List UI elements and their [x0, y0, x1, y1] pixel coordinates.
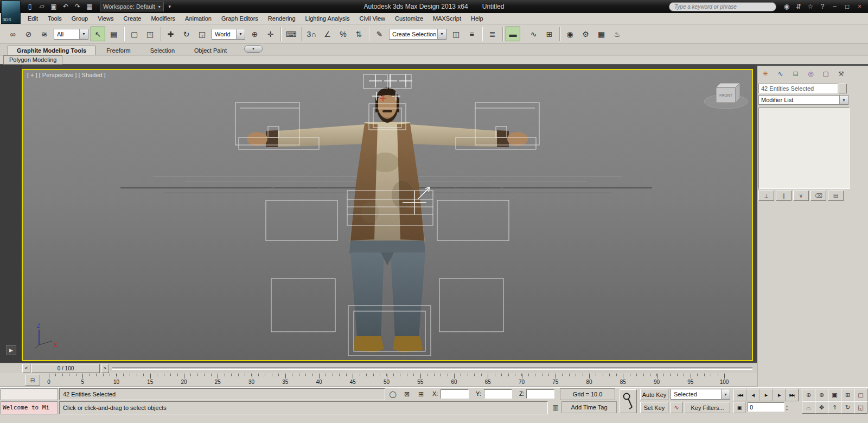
rendered-frame-window-icon[interactable]: ▦ [594, 27, 609, 41]
angle-snap-icon[interactable]: ∠ [320, 27, 335, 41]
viewport-canvas[interactable]: FRONT Z X [23, 70, 752, 360]
tab-hierarchy[interactable]: ⊟ [789, 69, 802, 79]
select-and-manipulate-icon[interactable]: ✛ [263, 27, 278, 41]
remove-modifier-button[interactable]: ⌫ [810, 191, 826, 201]
lock-selection-toggle-icon[interactable]: ⊠ [401, 389, 412, 399]
render-setup-icon[interactable]: ⚙ [578, 27, 593, 41]
communication-center-status-icon[interactable]: ▥ [550, 402, 561, 412]
x-coordinate-input[interactable] [441, 389, 469, 399]
select-and-link-icon[interactable]: ∞ [5, 27, 20, 41]
viewcube[interactable]: FRONT [704, 83, 748, 109]
chevron-down-icon[interactable]: ▾ [721, 389, 730, 399]
chevron-down-icon[interactable]: ▾ [158, 4, 161, 9]
menu-item[interactable]: Rendering [263, 13, 301, 24]
schematic-view-icon[interactable]: ⊞ [542, 27, 557, 41]
go-to-start-button[interactable]: |◀◀ [733, 389, 746, 401]
ribbon-minimize-toggle[interactable]: ▾ [244, 45, 263, 53]
orbit-icon[interactable]: ↻ [841, 401, 854, 414]
align-icon[interactable]: ≡ [464, 27, 479, 41]
curve-editor-icon[interactable]: ∿ [526, 27, 541, 41]
go-to-end-button[interactable]: ▶▶| [786, 389, 799, 401]
menu-item[interactable]: Graph Editors [216, 13, 263, 24]
new-scene-icon[interactable]: ▯ [24, 2, 35, 11]
set-key-button[interactable]: Set Key [640, 402, 668, 413]
character-model[interactable] [247, 87, 528, 352]
zoom-extents-icon[interactable]: ▣ [828, 389, 841, 401]
rectangular-selection-region-icon[interactable]: ▢ [127, 27, 142, 41]
select-by-name-icon[interactable]: ▤ [106, 27, 121, 41]
unlink-selection-icon[interactable]: ⊘ [21, 27, 36, 41]
viewcube-face-label[interactable]: FRONT [719, 93, 733, 97]
key-mode-toggle-button[interactable]: ▣ [733, 402, 745, 413]
selection-filter-dropdown[interactable]: All▾ [54, 29, 88, 40]
add-time-tag[interactable]: Add Time Tag [561, 401, 617, 413]
pan-icon[interactable]: ✥ [815, 401, 828, 414]
viewport-label[interactable]: [ + ] [ Perspective ] [ Shaded ] [27, 72, 106, 78]
menu-item[interactable]: Customize [390, 13, 428, 24]
use-pivot-point-icon[interactable]: ⊕ [247, 27, 262, 41]
help-icon[interactable]: ? [817, 2, 828, 11]
named-selection-dropdown[interactable]: Create Selection Se▾ [389, 29, 446, 40]
current-frame-input[interactable] [748, 402, 784, 412]
tab-display[interactable]: ▢ [820, 69, 832, 79]
time-slider-prev-button[interactable]: < [22, 364, 30, 373]
chevron-down-icon[interactable]: ▾ [839, 96, 848, 104]
menu-item[interactable]: MAXScript [428, 13, 466, 24]
graphite-ribbon-toggle-icon[interactable]: ▬ [506, 27, 520, 41]
select-and-scale-icon[interactable]: ◲ [195, 27, 209, 41]
default-in-out-tangent-button[interactable]: ∿ [671, 402, 682, 413]
play-animation-button[interactable]: ▶ [760, 389, 773, 401]
y-coordinate-input[interactable] [484, 389, 512, 399]
tab-utilities[interactable]: ⚒ [835, 69, 847, 79]
select-and-move-icon[interactable]: ✚ [163, 27, 178, 41]
chevron-down-icon[interactable]: ▾ [437, 29, 446, 39]
z-coordinate-input[interactable] [526, 389, 554, 399]
chevron-down-icon[interactable]: ▾ [236, 29, 245, 39]
mirror-icon[interactable]: ◫ [449, 27, 463, 41]
frame-spinner[interactable]: ▲ ▼ [786, 402, 792, 413]
snaps-toggle-icon[interactable]: 3∩ [304, 27, 319, 41]
spinner-snap-icon[interactable]: ⇅ [352, 27, 366, 41]
layer-manager-icon[interactable]: ≣ [485, 27, 500, 41]
zoom-icon[interactable]: ⊕ [802, 389, 815, 401]
ribbon-tab[interactable]: Graphite Modeling Tools [8, 46, 95, 55]
selected-keys-dropdown[interactable]: Selected ▾ [671, 389, 730, 400]
next-frame-button[interactable]: |▶ [773, 389, 786, 401]
ribbon-tab[interactable]: Selection [142, 46, 183, 55]
zoom-region-icon[interactable]: ▢ [854, 389, 867, 401]
redo-icon[interactable]: ↷ [72, 2, 83, 11]
search-input[interactable] [669, 2, 776, 11]
material-editor-icon[interactable]: ◉ [563, 27, 577, 41]
menu-item[interactable]: Group [67, 13, 93, 24]
menu-item[interactable]: Help [466, 13, 488, 24]
select-object-icon[interactable]: ↖ [91, 27, 105, 41]
percent-snap-icon[interactable]: % [336, 27, 350, 41]
select-and-rotate-icon[interactable]: ↻ [179, 27, 194, 41]
tab-motion[interactable]: ◎ [805, 69, 817, 79]
app-logo[interactable]: 3DS [1, 1, 21, 24]
edit-named-selection-sets-icon[interactable]: ✎ [372, 27, 387, 41]
open-mini-curve-editor-button[interactable]: ⊟ [25, 375, 40, 386]
tab-create[interactable]: ✳ [759, 69, 771, 79]
show-end-result-button[interactable]: ∥ [776, 191, 792, 201]
auto-key-button[interactable]: Auto Key [640, 389, 668, 400]
field-of-view-icon[interactable]: ⌓ [802, 401, 815, 414]
bind-to-space-warp-icon[interactable]: ≋ [37, 27, 52, 41]
previous-frame-button[interactable]: ◀| [746, 389, 760, 401]
window-crossing-toggle-icon[interactable]: ◳ [143, 27, 157, 41]
chevron-down-icon[interactable]: ▾ [79, 29, 88, 39]
time-slider-track[interactable] [112, 367, 752, 370]
maxscript-mini-listener[interactable]: Welcome to Mi [1, 401, 58, 414]
render-production-icon[interactable]: ♨ [610, 27, 624, 41]
undo-icon[interactable]: ↶ [60, 2, 71, 11]
minimize-button[interactable]: – [828, 2, 841, 11]
menu-item[interactable]: Views [93, 13, 118, 24]
make-unique-button[interactable]: ∨ [793, 191, 809, 201]
absolute-offset-toggle-icon[interactable]: ⊞ [416, 389, 426, 399]
maximize-viewport-toggle-icon[interactable]: ◱ [854, 401, 867, 414]
zoom-extents-all-icon[interactable]: ⊞ [841, 389, 854, 401]
maximize-button[interactable]: □ [841, 2, 853, 11]
track-bar[interactable]: ⊟ 05101520253035404550556065707580859095… [0, 373, 757, 387]
favorites-icon[interactable]: ☆ [805, 2, 816, 11]
toolbar-overflow-icon[interactable]: ▾ [164, 2, 175, 11]
